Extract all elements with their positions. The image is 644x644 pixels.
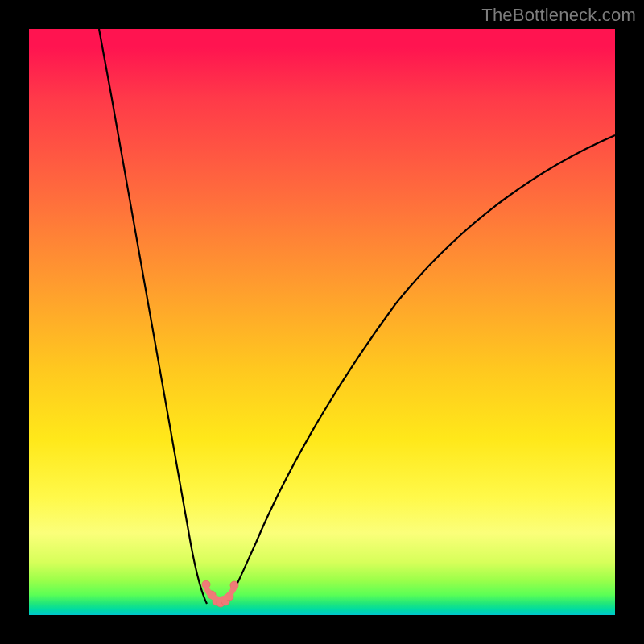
curve-right-branch [227,135,615,604]
plot-area [29,29,615,615]
chart-stage: TheBottleneck.com [0,0,644,644]
curve-left-branch [99,29,207,604]
bottleneck-curve [29,29,615,615]
watermark-text: TheBottleneck.com [481,5,636,26]
